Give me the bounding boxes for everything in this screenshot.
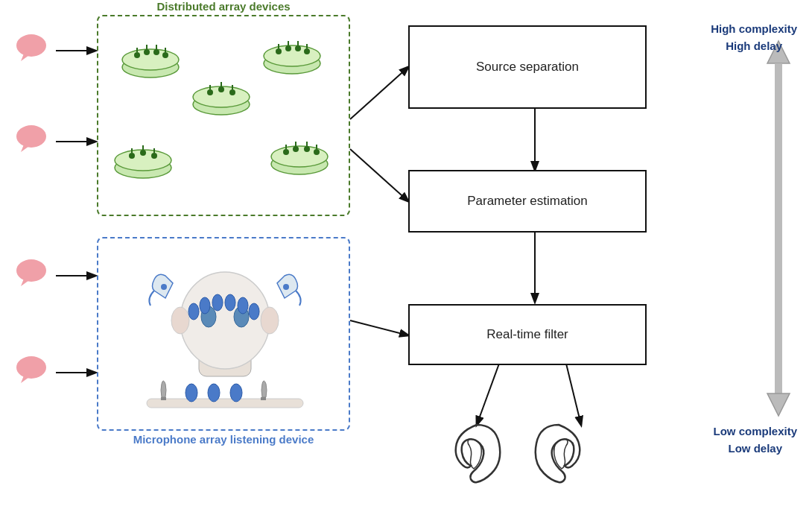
mic-array-bar xyxy=(139,376,311,420)
svg-line-4 xyxy=(350,67,408,119)
speech-bubble-2 xyxy=(15,124,51,158)
svg-point-62 xyxy=(293,146,299,152)
svg-point-40 xyxy=(304,48,310,54)
realtime-filter-label: Real-time filter xyxy=(486,327,568,342)
svg-point-60 xyxy=(283,149,289,155)
svg-point-44 xyxy=(207,89,213,95)
microphone-array-label: Microphone array listening device xyxy=(98,433,349,446)
svg-point-75 xyxy=(283,284,289,290)
svg-point-26 xyxy=(144,49,150,55)
device-5 xyxy=(270,136,329,180)
realtime-filter-block: Real-time filter xyxy=(408,304,647,365)
distributed-array-box: Distributed array devices xyxy=(97,15,350,216)
svg-point-78 xyxy=(212,294,223,311)
svg-point-36 xyxy=(285,45,291,51)
svg-rect-12 xyxy=(775,63,782,399)
svg-point-54 xyxy=(140,150,146,156)
svg-point-30 xyxy=(162,52,168,58)
svg-point-79 xyxy=(225,294,235,311)
svg-point-23 xyxy=(122,49,179,70)
device-4 xyxy=(113,139,173,183)
low-complexity-label: Low complexity Low delay xyxy=(713,423,797,457)
svg-point-72 xyxy=(171,307,189,334)
svg-point-16 xyxy=(16,125,46,148)
svg-rect-85 xyxy=(188,397,194,401)
speech-bubble-4 xyxy=(15,355,51,389)
svg-point-48 xyxy=(229,89,235,95)
svg-point-56 xyxy=(151,153,157,159)
svg-point-73 xyxy=(261,307,279,334)
svg-line-5 xyxy=(350,149,408,201)
svg-point-33 xyxy=(264,45,320,66)
svg-point-14 xyxy=(16,34,46,57)
source-separation-label: Source separation xyxy=(476,60,579,75)
svg-rect-82 xyxy=(147,399,303,408)
svg-rect-89 xyxy=(233,397,239,401)
ear-left xyxy=(447,421,507,491)
svg-point-74 xyxy=(161,284,167,290)
svg-point-28 xyxy=(153,49,159,55)
svg-point-52 xyxy=(129,153,135,159)
svg-point-18 xyxy=(16,259,46,282)
svg-point-20 xyxy=(16,356,46,379)
ear-right xyxy=(529,421,589,491)
svg-point-46 xyxy=(218,86,224,92)
svg-point-69 xyxy=(180,272,270,369)
svg-point-64 xyxy=(304,146,310,152)
source-separation-block: Source separation xyxy=(408,25,647,109)
device-3 xyxy=(191,76,251,120)
head-illustration xyxy=(143,246,307,383)
svg-marker-13 xyxy=(767,393,790,416)
parameter-estimation-block: Parameter estimation xyxy=(408,170,647,233)
svg-rect-90 xyxy=(261,397,266,400)
svg-point-76 xyxy=(188,303,199,320)
svg-point-38 xyxy=(295,45,301,51)
microphone-array-box: Microphone array listening device xyxy=(97,237,350,431)
svg-point-81 xyxy=(249,303,259,320)
high-complexity-label: High complexity High delay xyxy=(711,21,797,54)
svg-rect-83 xyxy=(161,397,166,400)
parameter-estimation-label: Parameter estimation xyxy=(467,194,588,209)
svg-line-6 xyxy=(350,320,408,335)
svg-line-9 xyxy=(477,364,499,425)
svg-point-24 xyxy=(134,52,140,58)
svg-point-34 xyxy=(276,48,282,54)
diagram-container: Distributed array devices xyxy=(0,0,812,509)
device-1 xyxy=(121,39,180,83)
svg-point-80 xyxy=(238,297,248,314)
svg-rect-87 xyxy=(211,397,217,401)
device-2 xyxy=(262,35,322,79)
speech-bubble-1 xyxy=(15,33,51,67)
svg-line-10 xyxy=(566,364,581,425)
svg-point-77 xyxy=(200,297,210,314)
speech-bubble-3 xyxy=(15,258,51,292)
svg-point-59 xyxy=(271,146,328,167)
distributed-array-label: Distributed array devices xyxy=(98,0,349,13)
svg-point-66 xyxy=(314,149,320,155)
